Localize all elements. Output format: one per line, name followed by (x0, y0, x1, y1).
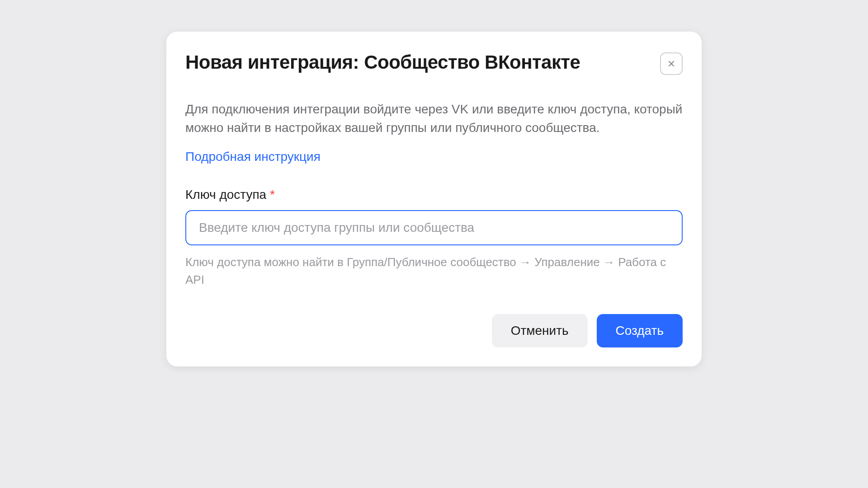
access-key-input[interactable] (185, 210, 683, 245)
modal-header: Новая интеграция: Сообщество ВКонтакте (185, 51, 683, 75)
help-link[interactable]: Подробная инструкция (185, 150, 321, 164)
create-button[interactable]: Создать (597, 314, 683, 347)
modal-title: Новая интеграция: Сообщество ВКонтакте (185, 51, 580, 75)
integration-modal: Новая интеграция: Сообщество ВКонтакте Д… (166, 32, 702, 366)
close-icon (667, 59, 676, 68)
field-help-text: Ключ доступа можно найти в Группа/Публич… (185, 253, 683, 289)
access-key-field-group: Ключ доступа * Ключ доступа можно найти … (185, 188, 683, 289)
close-button[interactable] (660, 52, 683, 75)
field-label-text: Ключ доступа (185, 188, 266, 202)
modal-footer: Отменить Создать (185, 314, 683, 347)
field-label: Ключ доступа * (185, 188, 683, 202)
modal-description: Для подключения интеграции войдите через… (185, 100, 683, 137)
cancel-button[interactable]: Отменить (492, 314, 588, 347)
required-asterisk: * (270, 188, 275, 202)
